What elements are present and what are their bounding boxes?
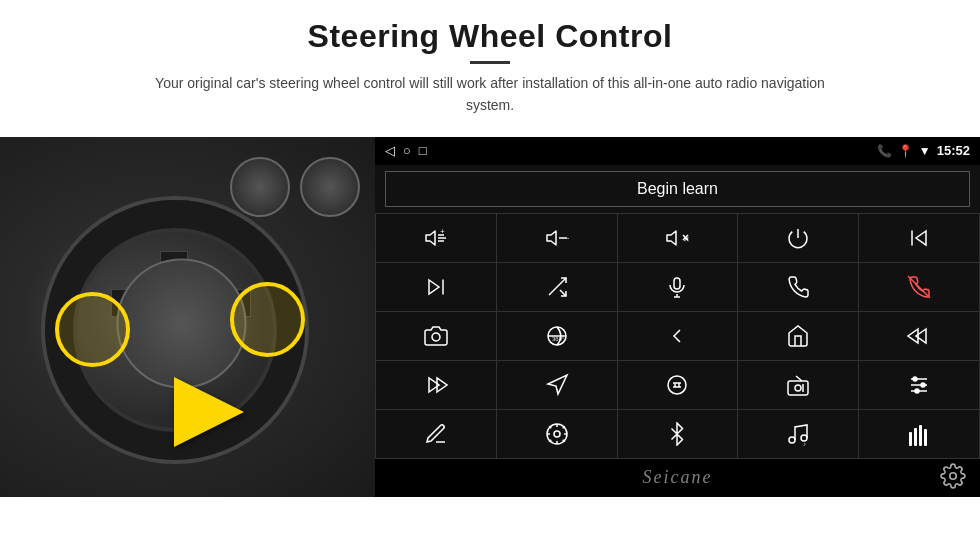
navigate-button[interactable] [497,361,617,409]
svg-marker-14 [429,280,439,294]
status-bar: ◁ ○ □ 📞 📍 ▼ 15:52 [375,137,980,165]
svg-point-43 [915,389,919,393]
bluetooth-button[interactable] [618,410,738,458]
arrow-container [174,377,244,447]
mic-button[interactable] [618,263,738,311]
nav-back-icon[interactable]: ◁ [385,143,395,158]
begin-learn-button[interactable]: Begin learn [385,171,970,207]
fast-forward-button[interactable] [376,361,496,409]
android-screen: ◁ ○ □ 📞 📍 ▼ 15:52 Begin learn [375,137,980,497]
skip-back-large-button[interactable] [859,312,979,360]
svg-rect-35 [788,381,808,395]
bottom-bar: Seicane [375,459,980,497]
camera-button[interactable] [376,312,496,360]
phone-button[interactable] [738,263,858,311]
svg-rect-52 [924,429,927,446]
phone-icon: 📞 [877,144,892,158]
prev-track-button[interactable] [859,214,979,262]
pen-button[interactable] [376,410,496,458]
title-section: Steering Wheel Control Your original car… [140,18,840,117]
svg-rect-50 [914,428,917,446]
music-button[interactable]: ♪ [738,410,858,458]
svg-marker-29 [548,375,567,394]
svg-point-42 [921,383,925,387]
svg-point-46 [789,437,795,443]
svg-text:♪: ♪ [803,441,806,446]
begin-learn-row: Begin learn [375,165,980,213]
controls-grid: + − ✕ [375,213,980,459]
svg-marker-0 [426,231,435,245]
gauge-area [230,152,360,222]
svg-line-17 [560,290,566,296]
steering-wheel-center [116,258,246,388]
nav-recent-icon[interactable]: □ [419,143,427,158]
hang-up-button[interactable] [859,263,979,311]
back-button[interactable] [618,312,738,360]
wifi-icon: ▼ [919,144,931,158]
direction-arrow [174,377,244,447]
svg-text:360°: 360° [552,336,565,342]
vol-down-button[interactable]: − [497,214,617,262]
svg-marker-5 [547,231,556,245]
vol-up-button[interactable]: + [376,214,496,262]
gauge-right [300,157,360,217]
svg-point-30 [668,376,686,394]
eq-button[interactable] [618,361,738,409]
title-divider [470,61,510,64]
svg-marker-8 [667,231,676,245]
radio-button[interactable] [738,361,858,409]
next-track-button[interactable] [376,263,496,311]
status-right-area: 📞 📍 ▼ 15:52 [877,143,970,158]
svg-text:−: − [567,234,569,243]
home-button[interactable] [738,312,858,360]
status-nav-icons: ◁ ○ □ [385,143,427,158]
subtitle: Your original car's steering wheel contr… [140,72,840,117]
svg-point-36 [795,385,801,391]
settings-circle-button[interactable] [497,410,617,458]
svg-rect-51 [919,425,922,446]
brand-logo: Seicane [643,467,713,488]
location-icon: 📍 [898,144,913,158]
adjust-button[interactable] [859,361,979,409]
svg-text:✕: ✕ [683,235,689,244]
svg-point-53 [950,473,957,480]
svg-rect-49 [909,432,912,446]
vol-mute-button[interactable]: ✕ [618,214,738,262]
status-time: 15:52 [937,143,970,158]
steering-wheel-image [0,137,375,497]
360-button[interactable]: 360° [497,312,617,360]
page-title: Steering Wheel Control [140,18,840,55]
svg-text:+: + [440,227,445,236]
highlight-left-buttons [55,292,130,367]
shuffle-button[interactable] [497,263,617,311]
power-button[interactable] [738,214,858,262]
svg-point-41 [913,377,917,381]
svg-marker-12 [916,231,926,245]
svg-point-22 [432,333,440,341]
svg-point-45 [554,431,560,437]
settings-gear-icon[interactable] [940,463,966,493]
sound-bars-button[interactable] [859,410,979,458]
nav-home-icon[interactable]: ○ [403,143,411,158]
highlight-right-buttons [230,282,305,357]
gauge-left [230,157,290,217]
content-area: ◁ ○ □ 📞 📍 ▼ 15:52 Begin learn [0,137,980,497]
svg-rect-18 [674,278,680,289]
